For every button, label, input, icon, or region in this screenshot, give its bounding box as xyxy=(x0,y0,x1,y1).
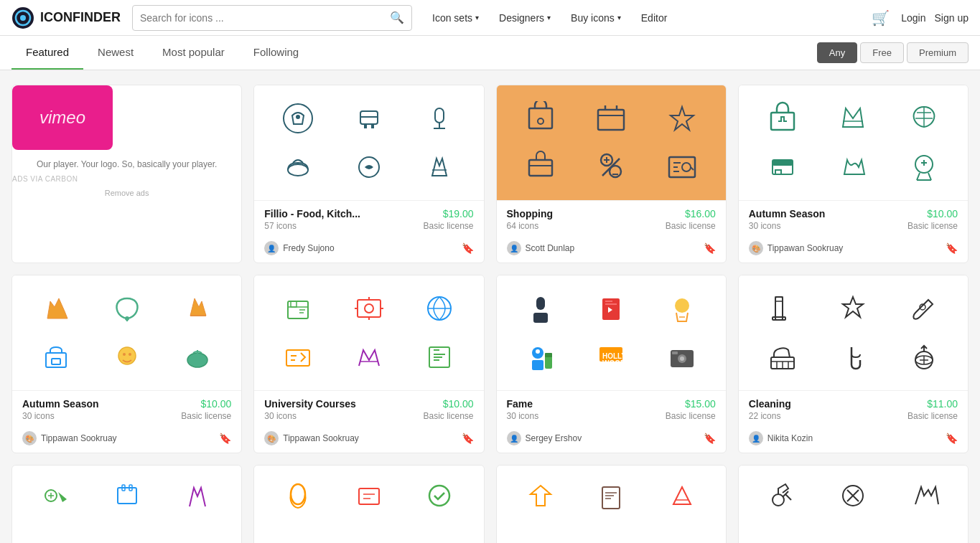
card-preview xyxy=(254,275,483,390)
iconset-card-partial-2[interactable] xyxy=(253,465,484,543)
remove-ads-link[interactable]: Remove ads xyxy=(12,189,241,197)
icon-sets-grid: vimeo Our player. Your logo. So, basical… xyxy=(11,85,969,543)
tab-following[interactable]: Following xyxy=(239,36,313,70)
card-info: Cleaning $11.00 22 icons Basic license xyxy=(739,390,968,427)
svg-rect-36 xyxy=(286,350,309,366)
cart-icon[interactable]: 🛒 xyxy=(872,9,890,27)
iconset-card-autumn-2[interactable]: Autumn Season $10.00 30 icons Basic lice… xyxy=(11,275,242,453)
icon-placeholder xyxy=(592,148,630,186)
icon-placeholder xyxy=(108,477,146,514)
icon-placeholder xyxy=(764,290,801,327)
bookmark-icon[interactable]: 🔖 xyxy=(462,242,474,254)
icon-placeholder xyxy=(592,477,630,514)
avatar: 🎨 xyxy=(264,431,279,445)
tab-newest[interactable]: Newest xyxy=(83,36,148,70)
card-author: 🎨 Tippawan Sookruay xyxy=(22,431,117,445)
icon-placeholder xyxy=(37,290,75,327)
icons-count: 30 icons xyxy=(22,411,55,421)
svg-point-12 xyxy=(538,118,543,124)
svg-rect-65 xyxy=(118,488,136,504)
icon-placeholder: HOLLYWOOD xyxy=(592,339,630,376)
card-name: Shopping xyxy=(507,208,554,219)
svg-rect-22 xyxy=(775,170,781,174)
filter-premium[interactable]: Premium xyxy=(907,42,969,63)
card-author: 🎨 Tippawan Sookruay xyxy=(749,241,844,255)
card-author: 👤 Scott Dunlap xyxy=(507,241,575,255)
nav-editor[interactable]: Editor xyxy=(633,6,676,29)
icon-placeholder xyxy=(522,148,559,186)
tabs-bar: Featured Newest Most popular Following A… xyxy=(0,36,980,70)
tab-most-popular[interactable]: Most popular xyxy=(148,36,239,70)
card-footer: 🎨 Tippawan Sookruay 🔖 xyxy=(12,427,241,453)
card-preview: HOLLYWOOD xyxy=(497,275,726,390)
icons-count: 30 icons xyxy=(507,411,539,421)
iconset-card-autumn-1[interactable]: Autumn Season $10.00 30 icons Basic lice… xyxy=(738,85,969,263)
svg-rect-46 xyxy=(545,353,552,357)
search-input[interactable] xyxy=(140,12,390,24)
bookmark-icon[interactable]: 🔖 xyxy=(704,433,716,444)
card-meta-row: 57 icons Basic license xyxy=(264,221,473,231)
tab-featured[interactable]: Featured xyxy=(11,36,83,70)
avatar: 👤 xyxy=(507,241,521,255)
svg-point-41 xyxy=(675,298,689,313)
card-info: Shopping $16.00 64 icons Basic license xyxy=(497,200,726,237)
icon-placeholder xyxy=(279,290,317,327)
header-right: 🛒 Login Sign up xyxy=(872,9,969,27)
license-label: Basic license xyxy=(423,411,473,421)
card-info: Autumn Season $10.00 30 icons Basic lice… xyxy=(739,200,968,237)
login-link[interactable]: Login xyxy=(901,12,925,24)
icon-placeholder xyxy=(279,100,317,137)
card-meta-row: 30 icons Basic license xyxy=(507,411,716,421)
icon-placeholder xyxy=(834,290,872,327)
card-name: Cleaning xyxy=(749,398,791,410)
iconset-card-partial-4[interactable] xyxy=(738,465,969,543)
card-preview xyxy=(12,466,241,543)
card-preview xyxy=(739,466,968,543)
nav-buy-icons[interactable]: Buy icons ▾ xyxy=(562,6,630,29)
iconset-card-shopping[interactable]: Shopping $16.00 64 icons Basic license 👤… xyxy=(496,85,727,263)
search-button[interactable]: 🔍 xyxy=(390,11,404,24)
iconset-card-fillio[interactable]: Fillio - Food, Kitch... $19.00 57 icons … xyxy=(253,85,484,263)
bookmark-icon[interactable]: 🔖 xyxy=(704,242,716,254)
author-name: Tippawan Sookruay xyxy=(41,433,117,443)
card-footer: 👤 Fredy Sujono 🔖 xyxy=(254,237,483,263)
logo[interactable]: ICONFINDER xyxy=(11,6,121,29)
icon-placeholder xyxy=(764,100,801,137)
iconset-card-cleaning[interactable]: Cleaning $11.00 22 icons Basic license 👤… xyxy=(738,275,969,453)
filter-any[interactable]: Any xyxy=(817,42,857,63)
license-label: Basic license xyxy=(907,411,958,421)
svg-text:WOOD: WOOD xyxy=(602,359,625,367)
svg-point-28 xyxy=(123,353,126,356)
bookmark-icon[interactable]: 🔖 xyxy=(219,433,231,444)
svg-rect-8 xyxy=(435,108,444,123)
bookmark-icon[interactable]: 🔖 xyxy=(946,433,958,444)
card-meta-row: 30 icons Basic license xyxy=(264,411,473,421)
svg-point-2 xyxy=(20,15,26,21)
icons-count: 30 icons xyxy=(264,411,297,421)
iconset-card-partial-3[interactable] xyxy=(496,465,727,543)
card-footer: 👤 Scott Dunlap 🔖 xyxy=(497,237,726,263)
bookmark-icon[interactable]: 🔖 xyxy=(462,433,474,444)
svg-rect-53 xyxy=(672,351,678,354)
ad-card[interactable]: vimeo Our player. Your logo. So, basical… xyxy=(11,85,242,263)
filter-free[interactable]: Free xyxy=(860,42,904,63)
svg-rect-39 xyxy=(533,313,548,323)
icon-placeholder xyxy=(350,148,388,186)
signup-link[interactable]: Sign up xyxy=(935,12,969,24)
svg-rect-33 xyxy=(358,300,381,317)
icon-placeholder xyxy=(350,100,388,137)
chevron-down-icon: ▾ xyxy=(547,14,551,22)
svg-rect-13 xyxy=(598,110,624,130)
main-nav: Icon sets ▾ Designers ▾ Buy icons ▾ Edit… xyxy=(424,6,676,29)
iconset-card-fame[interactable]: HOLLYWOOD Fame $15.00 30 icons Basic lic… xyxy=(496,275,727,453)
ad-logo-box: vimeo xyxy=(12,85,113,150)
nav-icon-sets[interactable]: Icon sets ▾ xyxy=(424,6,487,29)
iconset-card-university[interactable]: University Courses $10.00 30 icons Basic… xyxy=(253,275,484,453)
nav-designers[interactable]: Designers ▾ xyxy=(490,6,559,29)
card-author: 🎨 Tippawan Sookruay xyxy=(264,431,359,445)
iconset-card-partial-1[interactable] xyxy=(11,465,242,543)
icon-placeholder xyxy=(350,339,388,376)
icon-placeholder xyxy=(350,477,388,514)
ad-via: ADS VIA CARBON xyxy=(12,175,241,183)
bookmark-icon[interactable]: 🔖 xyxy=(946,242,958,254)
